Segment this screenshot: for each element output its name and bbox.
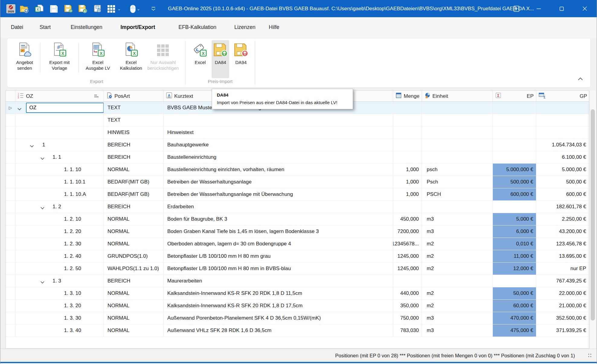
cell-kurztext[interactable]: Baustelleneinrichtung bbox=[164, 151, 393, 163]
oz-cell[interactable]: 1. 3 bbox=[15, 275, 104, 287]
tab-lizenzen[interactable]: Lizenzen bbox=[234, 17, 255, 35]
table-row[interactable]: ▷ 1. 1. 10.A BEDARF(MIT GB) Betreiben de… bbox=[6, 188, 589, 201]
cell-gp[interactable]: 22.000,00 € bbox=[536, 287, 589, 299]
export-mit-vorlage-button[interactable]: #X Export mit Vorlage bbox=[41, 40, 78, 78]
da94-button[interactable]: DA94 bbox=[230, 40, 252, 78]
cell-ep[interactable]: 475,000 € bbox=[493, 324, 536, 337]
da84-button[interactable]: DA84 bbox=[212, 40, 229, 78]
row-selector-cell[interactable]: ▷ bbox=[6, 287, 15, 299]
oz-cell[interactable]: 1. 2. 40 bbox=[15, 250, 104, 262]
oz-cell[interactable]: 1. 1 bbox=[15, 151, 104, 163]
tree-chevron-icon[interactable] bbox=[40, 155, 44, 161]
table-row[interactable]: ▷ 1. 3 BEREICH Maurerarbeiten 767.439,25… bbox=[6, 275, 589, 287]
cell-kurztext[interactable]: Außenwand Porenbeton-Planelement SFK 4 D… bbox=[164, 312, 393, 324]
table-row[interactable]: ▷ 1. 1. 10.1 BEDARF(MIT GB) Betreiben de… bbox=[6, 176, 589, 188]
row-selector-cell[interactable]: ▷ bbox=[6, 275, 15, 287]
cell-einheit[interactable] bbox=[422, 114, 493, 126]
header-oz[interactable]: 123 OZ bbox=[15, 91, 104, 101]
cell-menge[interactable] bbox=[393, 126, 422, 139]
minimize-button[interactable] bbox=[530, 0, 547, 17]
cell-ep[interactable] bbox=[493, 275, 536, 287]
close-button[interactable] bbox=[576, 0, 593, 17]
cell-posart[interactable]: BEREICH bbox=[104, 275, 164, 287]
cell-kurztext[interactable]: Boden für Baugrube, BK 3 bbox=[164, 213, 393, 225]
cell-gp[interactable] bbox=[536, 126, 589, 139]
cell-menge[interactable]: 1,000 bbox=[393, 164, 422, 176]
cell-kurztext[interactable]: Betreiben der Wasserhaltungsanlage bbox=[164, 176, 393, 188]
cell-kurztext[interactable]: Betonpflaster L/B 100/100 mm H 80 mm gra… bbox=[164, 250, 393, 262]
cell-posart[interactable]: TEXT bbox=[104, 114, 164, 126]
cell-gp[interactable]: 5.000,00 € bbox=[536, 164, 589, 176]
cell-kurztext[interactable]: Außenwand VHLz SFK 28 RDK 1,6 D 36,5cm bbox=[164, 324, 393, 337]
tab-efb-kalkulation[interactable]: EFB-Kalkulation bbox=[178, 17, 216, 35]
cell-gp[interactable]: 352.500,00 € bbox=[536, 312, 589, 324]
cell-ep[interactable]: 600,000 € bbox=[493, 188, 536, 200]
cell-gp[interactable]: 182.601,78 € bbox=[536, 201, 589, 213]
cell-menge[interactable]: 7200,000 bbox=[393, 225, 422, 238]
cell-menge[interactable] bbox=[393, 139, 422, 151]
table-row[interactable]: ▷ 1. 3. 30 NORMAL Außenwand Porenbeton-P… bbox=[6, 312, 589, 324]
cell-posart[interactable]: NORMAL bbox=[104, 225, 164, 238]
cell-menge[interactable]: 783,030 bbox=[393, 324, 422, 337]
collapse-chevron-icon[interactable] bbox=[149, 4, 158, 13]
cell-ep[interactable] bbox=[493, 201, 536, 213]
cell-ep[interactable]: 12,000 € bbox=[493, 263, 536, 275]
resize-grip[interactable] bbox=[588, 354, 592, 357]
oz-cell[interactable]: 1 bbox=[15, 139, 104, 151]
row-selector-cell[interactable]: ▷ bbox=[6, 151, 15, 163]
cell-ep[interactable]: 6,000 € bbox=[493, 225, 536, 238]
row-selector-cell[interactable]: ▷ bbox=[6, 263, 15, 275]
table-row[interactable]: ▷ 1. 2. 10 NORMAL Boden für Baugrube, BK… bbox=[6, 213, 589, 225]
table-row[interactable]: ▷ 1. 3. 10 NORMAL Kalksandstein-Innenwan… bbox=[6, 287, 589, 300]
oz-cell[interactable]: 1. 2. 30 bbox=[15, 238, 104, 250]
cell-gp[interactable]: nur EP bbox=[536, 263, 589, 275]
cell-menge[interactable]: 12345678... bbox=[393, 238, 422, 250]
table-row[interactable]: ▷ 1 BEREICH Bauhauptgewerke 1.054.734,03… bbox=[6, 139, 589, 151]
save-icon[interactable] bbox=[49, 4, 58, 13]
oz-cell[interactable] bbox=[15, 114, 104, 126]
cell-gp[interactable]: 21.000,00 € bbox=[536, 300, 589, 312]
table-row[interactable]: ▷ 1. 2. 20 NORMAL Boden Graben Kanal Tie… bbox=[6, 225, 589, 238]
cell-kurztext[interactable]: Betonpflaster L/B 100/100 mm H 80 mm in … bbox=[164, 263, 393, 275]
cell-kurztext[interactable]: Bauhauptgewerke bbox=[164, 139, 393, 151]
cell-einheit[interactable]: m2 bbox=[422, 238, 493, 250]
cell-ep[interactable]: 50,000 € bbox=[493, 287, 536, 299]
cell-posart[interactable]: GRUNDPOS(1.0) bbox=[104, 250, 164, 262]
cell-gp[interactable]: 123.456,78 € bbox=[536, 238, 589, 250]
oz-cell[interactable]: 1. 1. 10.1 bbox=[15, 176, 104, 188]
oz-cell[interactable]: 1. 3. 10 bbox=[15, 287, 104, 299]
cell-posart[interactable]: TEXT bbox=[104, 102, 164, 114]
row-selector-cell[interactable]: ▷ bbox=[6, 102, 15, 114]
table-row[interactable]: ▷ 1. 1 BEREICH Baustelleneinrichtung 6.1… bbox=[6, 151, 589, 164]
cell-posart[interactable]: NORMAL bbox=[104, 300, 164, 312]
cell-einheit[interactable]: m3 bbox=[422, 225, 493, 238]
cell-menge[interactable]: 750,000 bbox=[393, 312, 422, 324]
cell-menge[interactable] bbox=[393, 151, 422, 163]
oz-edit-input[interactable] bbox=[26, 103, 104, 113]
cell-ep[interactable]: 60,000 € bbox=[493, 300, 536, 312]
cell-ep[interactable]: 500,000 € bbox=[493, 176, 536, 188]
cell-gp[interactable]: 6.100,00 € bbox=[536, 151, 589, 163]
cell-einheit[interactable] bbox=[422, 139, 493, 151]
row-selector-cell[interactable]: ▷ bbox=[6, 126, 15, 139]
cell-gp[interactable]: 500,00 € bbox=[536, 176, 589, 188]
cell-kurztext[interactable]: Kalksandstein-Innenwand KS-R SFK 20 RDK … bbox=[164, 300, 393, 312]
cell-kurztext[interactable]: Kalksandstein-Innenwand KS-R SFK 20 RDK … bbox=[164, 287, 393, 299]
cell-einheit[interactable] bbox=[422, 126, 493, 139]
excel-ausgabe-lv-button[interactable]: X Excel Ausgabe LV bbox=[80, 40, 116, 78]
cell-ep[interactable]: 0,010 € bbox=[493, 238, 536, 250]
tab-start[interactable]: Start bbox=[40, 17, 51, 35]
cell-gp[interactable]: 371.939,25 € bbox=[536, 324, 589, 337]
cell-kurztext[interactable]: Maurerarbeiten bbox=[164, 275, 393, 287]
header-posart[interactable]: PosArt bbox=[104, 91, 164, 101]
tree-chevron-icon[interactable] bbox=[40, 279, 44, 285]
excel-import-icon[interactable]: X bbox=[35, 4, 44, 13]
cell-kurztext[interactable]: Betreiben der Wasserhaltungsanlage mit Ü… bbox=[164, 188, 393, 200]
cell-menge[interactable] bbox=[393, 102, 422, 114]
oz-cell[interactable]: 1. 2. 50 bbox=[15, 263, 104, 275]
cell-menge[interactable]: 1245,000 bbox=[393, 263, 422, 275]
table-row[interactable]: ▷ 1. 2. 30 NORMAL Oberboden abtragen, la… bbox=[6, 238, 589, 250]
apps-grid-menu-icon[interactable] bbox=[107, 4, 116, 13]
oz-cell[interactable]: 1. 3. 40 bbox=[15, 324, 104, 337]
cell-einheit[interactable]: m3 bbox=[422, 324, 493, 337]
